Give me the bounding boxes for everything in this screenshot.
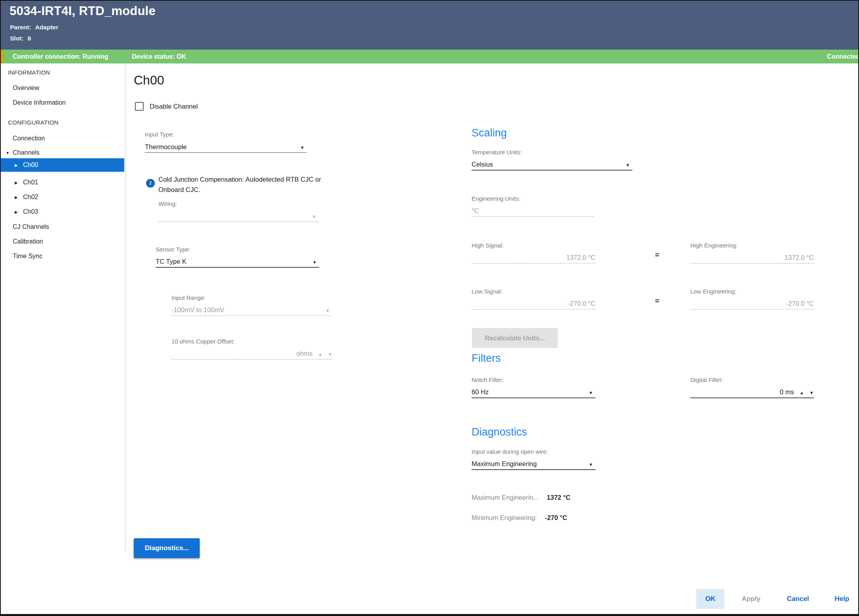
- cjc-note-text: Cold Junction Compensation: Autodetected…: [158, 174, 337, 195]
- sidebar-divider: [125, 63, 125, 551]
- ok-button[interactable]: OK: [696, 589, 724, 609]
- notch-filter-dropdown[interactable]: Notch Filter: 60 Hz ▼: [472, 376, 595, 398]
- dropdown-arrow-icon[interactable]: ▼: [312, 259, 319, 266]
- chevron-right-icon[interactable]: ▶: [15, 176, 18, 190]
- low-engineering-field: Low Engineering: -270.0 °C: [690, 288, 814, 310]
- equals-sign: =: [655, 251, 659, 259]
- input-range-label: Input Range:: [171, 294, 332, 302]
- sidebar-item-ch00[interactable]: ▶ Ch00: [1, 158, 124, 172]
- low-signal-label: Low Signal:: [472, 288, 595, 296]
- dropdown-arrow-icon[interactable]: ▼: [589, 461, 595, 468]
- high-signal-value: 1372.0 °C: [566, 253, 595, 262]
- sidebar-item-device-information[interactable]: Device Information: [1, 96, 124, 109]
- open-wire-value: Maximum Engineering: [472, 459, 537, 468]
- disable-channel-row: Disable Channel: [135, 102, 198, 111]
- minimum-engineering-value: -270 °C: [545, 514, 567, 521]
- module-config-window: 5034-IRT4I, RTD_module Parent:Adapter Sl…: [0, 0, 859, 616]
- titlebar: 5034-IRT4I, RTD_module Parent:Adapter Sl…: [1, 1, 858, 50]
- slot-label: Slot:: [10, 35, 23, 42]
- maximum-engineering-row: Maximum Engineerin... 1372 °C: [472, 494, 570, 501]
- disable-channel-label: Disable Channel: [150, 103, 198, 110]
- digital-filter-value: 0 ms: [780, 388, 794, 396]
- sidebar-item-ch03[interactable]: ▶ Ch03: [1, 205, 124, 219]
- sidebar-item-connection[interactable]: Connection: [1, 132, 124, 145]
- digital-filter-label: Digital Filter:: [690, 376, 814, 384]
- dropdown-arrow-icon: ▼: [312, 213, 319, 220]
- spinner-down-icon: ▼: [328, 351, 332, 358]
- high-engineering-value: 1372.0 °C: [784, 253, 814, 262]
- spinner-down-icon[interactable]: ▼: [809, 389, 814, 396]
- digital-filter-spinner[interactable]: Digital Filter: 0 ms ▲ ▼: [690, 376, 814, 398]
- channel-title: Ch00: [134, 73, 164, 88]
- diagnostics-heading: Diagnostics: [472, 426, 527, 438]
- high-signal-field: High Signal: 1372.0 °C: [472, 242, 595, 264]
- chevron-right-icon[interactable]: ▶: [15, 205, 18, 219]
- status-bar: Controller connection: Running Device st…: [1, 50, 858, 63]
- open-wire-dropdown[interactable]: Input value during open wire: Maximum En…: [472, 448, 595, 470]
- spinner-up-icon: ▲: [318, 351, 322, 358]
- sensor-type-dropdown[interactable]: Sensor Type: TC Type K ▼: [156, 246, 319, 268]
- apply-button: Apply: [736, 589, 766, 609]
- disable-channel-checkbox[interactable]: [135, 102, 144, 111]
- low-signal-field: Low Signal: -270.0 °C: [472, 288, 595, 310]
- sidebar-item-channels[interactable]: ▼ Channels: [1, 146, 124, 159]
- sidebar-item-ch01[interactable]: ▶ Ch01: [1, 176, 124, 189]
- filters-heading: Filters: [472, 352, 501, 365]
- minimum-engineering-row: Minimum Engineering: -270 °C: [472, 514, 567, 522]
- recalculate-units-button: Recalculate Units...: [472, 328, 558, 348]
- input-type-dropdown[interactable]: Input Type: Thermocouple ▼: [145, 130, 307, 153]
- window-title: 5034-IRT4I, RTD_module: [10, 4, 156, 18]
- equals-sign: =: [655, 297, 659, 305]
- cancel-button[interactable]: Cancel: [782, 589, 814, 609]
- device-status: Device status: OK: [132, 50, 186, 63]
- sidebar-item-ch02[interactable]: ▶ Ch02: [1, 190, 124, 204]
- sidebar-item-calibration[interactable]: Calibration: [1, 235, 124, 248]
- sensor-type-value: TC Type K: [156, 257, 187, 266]
- open-wire-label: Input value during open wire:: [472, 448, 595, 456]
- configuration-section-header: CONFIGURATION: [8, 119, 58, 126]
- wiring-label: Wiring:: [158, 200, 319, 208]
- temperature-units-value: Celsius: [472, 160, 493, 169]
- low-engineering-value: -270.0 °C: [786, 299, 814, 308]
- sensor-type-label: Sensor Type:: [156, 246, 319, 253]
- dropdown-arrow-icon[interactable]: ▼: [589, 389, 595, 396]
- low-signal-value: -270.0 °C: [568, 299, 595, 308]
- copper-offset-label: 10 ohms Copper Offset:: [171, 338, 332, 345]
- high-engineering-label: High Engineering:: [690, 242, 814, 249]
- parent-value: Adapter: [35, 24, 58, 31]
- status-accent-strip: [1, 50, 4, 63]
- wiring-dropdown: Wiring: ▼: [158, 200, 319, 222]
- chevron-right-icon[interactable]: ▶: [15, 159, 18, 172]
- spinner-up-icon[interactable]: ▲: [799, 389, 804, 396]
- engineering-units-label: Engineering Units:: [472, 195, 594, 203]
- help-button[interactable]: Help: [830, 589, 854, 609]
- engineering-units-value: °C: [472, 206, 479, 215]
- diagnostics-button[interactable]: Diagnostics...: [134, 538, 200, 558]
- info-icon: i: [146, 179, 155, 188]
- temperature-units-dropdown[interactable]: Temperature Units: Celsius ▼: [472, 148, 632, 171]
- copper-offset-spinner: 10 ohms Copper Offset: ohms ▲ ▼: [171, 338, 332, 360]
- sidebar-item-time-sync[interactable]: Time Sync: [1, 249, 124, 263]
- input-type-value: Thermocouple: [145, 142, 187, 151]
- sidebar-item-cj-channels[interactable]: CJ Channels: [1, 220, 124, 234]
- chevron-down-icon[interactable]: ▼: [6, 146, 10, 160]
- dropdown-arrow-icon[interactable]: ▼: [626, 161, 632, 169]
- dropdown-arrow-icon[interactable]: ▼: [300, 144, 307, 151]
- minimum-engineering-label: Minimum Engineering:: [472, 514, 537, 521]
- parent-label: Parent:: [10, 24, 31, 31]
- high-signal-label: High Signal:: [472, 242, 595, 249]
- notch-filter-label: Notch Filter:: [472, 376, 595, 384]
- engineering-units-field: Engineering Units: °C: [472, 195, 594, 217]
- temperature-units-label: Temperature Units:: [472, 148, 632, 156]
- sidebar-item-overview[interactable]: Overview: [1, 81, 124, 95]
- sidebar-nav: INFORMATION Overview Device Information …: [1, 63, 125, 614]
- slot-row: Slot:8: [10, 35, 31, 42]
- controller-connection-status: Controller connection: Running: [13, 50, 108, 63]
- low-engineering-label: Low Engineering:: [690, 288, 814, 296]
- input-range-dropdown: Input Range: -100mV to 100mV ▼: [171, 294, 332, 316]
- dropdown-arrow-icon: ▼: [325, 307, 332, 314]
- high-engineering-field: High Engineering: 1372.0 °C: [690, 242, 814, 264]
- notch-filter-value: 60 Hz: [472, 388, 489, 396]
- maximum-engineering-label: Maximum Engineerin...: [472, 494, 539, 501]
- chevron-right-icon[interactable]: ▶: [15, 191, 18, 204]
